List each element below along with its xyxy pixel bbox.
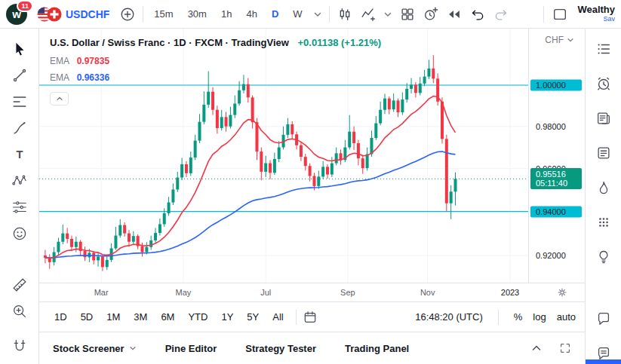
go-to-date-icon[interactable] [303, 310, 318, 325]
svg-text:T: T [16, 148, 23, 161]
symbol-label: USDCHF [66, 8, 109, 20]
right-sidebar [585, 29, 621, 364]
time-tick-label: Sep [340, 288, 355, 297]
price-tick-label: 0.98000 [530, 121, 583, 131]
tab-pine-editor[interactable]: Pine Editor [165, 343, 217, 354]
range-toolbar: 1D 5D 1M 3M 6M YTD 1Y 5Y All 16:48:20 (U… [39, 301, 585, 332]
time-tick-label: Mar [94, 288, 109, 297]
currency-selector[interactable]: CHF [545, 35, 574, 45]
bottom-blue-bar [586, 359, 621, 364]
hotlists-flame-icon[interactable] [595, 179, 612, 196]
tab-stock-screener[interactable]: Stock Screener [53, 343, 137, 354]
collapse-legend-button[interactable] [50, 92, 69, 106]
measure-ruler-tool-icon[interactable] [11, 277, 28, 293]
top-toolbar: w 11 USDCHF 15m 30m 1h 4h D W [0, 0, 621, 29]
range-6m[interactable]: 6M [155, 308, 180, 326]
cursor-tool-icon[interactable] [11, 41, 28, 57]
log-scale-button[interactable]: log [533, 311, 546, 323]
create-alert-icon[interactable] [423, 6, 439, 23]
news-icon[interactable] [595, 110, 612, 127]
separator [329, 6, 330, 23]
range-3m[interactable]: 3M [128, 308, 153, 326]
tab-strategy-tester[interactable]: Strategy Tester [245, 343, 316, 354]
chevron-down-icon[interactable] [313, 10, 322, 19]
price-tick-label: 1.00000 [530, 80, 582, 91]
trend-line-tool-icon[interactable] [11, 67, 28, 84]
separator [143, 6, 143, 23]
tab-trading-panel[interactable]: Trading Panel [345, 343, 409, 354]
watchlist-icon[interactable] [595, 41, 612, 57]
bar-countdown: 05:11:40 [536, 179, 582, 188]
separator [296, 310, 297, 325]
timeframe-1h[interactable]: 1h [217, 5, 235, 23]
multichart-layout-icon[interactable] [552, 6, 568, 23]
panel-expand-chevron-icon[interactable] [530, 342, 543, 354]
save-label: Sav [603, 14, 615, 24]
clock-utc[interactable]: 16:48:20 (UTC) [415, 311, 483, 323]
bar-replay-icon[interactable] [446, 6, 463, 23]
chevron-down-icon [129, 344, 137, 352]
timeframe-4h[interactable]: 4h [242, 5, 260, 23]
emoji-tool-icon[interactable] [11, 225, 28, 242]
brush-tool-icon[interactable] [11, 120, 28, 136]
panel-fullscreen-icon[interactable] [559, 342, 571, 354]
notes-icon[interactable] [595, 145, 612, 161]
percent-scale-button[interactable]: % [514, 311, 523, 323]
calendar-grid-icon[interactable] [595, 214, 612, 231]
ema-fast-value: 0.97835 [77, 56, 109, 66]
undo-icon[interactable] [469, 6, 486, 23]
timeframe-1d[interactable]: D [268, 5, 282, 23]
drawing-toolbar: T [0, 29, 39, 364]
bottom-panel: Stock Screener Pine Editor Strategy Test… [39, 332, 585, 364]
range-1d[interactable]: 1D [48, 308, 73, 326]
usd-chf-flags-icon [37, 7, 62, 22]
symbol-button[interactable]: USDCHF [34, 5, 112, 23]
redo-icon[interactable] [493, 6, 509, 23]
zoom-in-tool-icon[interactable] [11, 303, 28, 320]
account-logo[interactable]: w 11 [6, 4, 27, 25]
current-price-label: 0.9551605:11:40 [530, 168, 582, 189]
magnet-tool-icon[interactable] [11, 338, 28, 355]
range-all[interactable]: All [266, 308, 289, 326]
range-1y[interactable]: 1Y [215, 308, 239, 326]
ema-slow-legend: EMA 0.96336 [50, 72, 109, 83]
time-tick-label: 2023 [501, 288, 519, 297]
chat-icon[interactable] [595, 310, 612, 327]
chevron-down-icon[interactable] [383, 10, 392, 19]
notification-badge: 11 [17, 0, 33, 12]
time-tick-label: May [176, 288, 192, 297]
price-axis[interactable]: 1.000000.980000.960000.9551605:11:400.94… [528, 29, 585, 283]
separator [543, 6, 544, 23]
fib-retracement-tool-icon[interactable] [11, 93, 28, 110]
chart-legend: U.S. Dollar / Swiss Franc · 1D · FXCM · … [50, 37, 381, 48]
chart-type-candles-icon[interactable] [337, 6, 353, 23]
alerts-clock-icon[interactable] [595, 75, 612, 92]
timeframe-15m[interactable]: 15m [150, 5, 177, 23]
range-ytd[interactable]: YTD [182, 308, 214, 326]
currency-label: CHF [545, 35, 564, 45]
ema-slow-value: 0.96336 [77, 72, 109, 83]
ideas-lightbulb-icon[interactable] [595, 249, 612, 265]
xabcd-pattern-tool-icon[interactable] [11, 173, 28, 189]
range-5y[interactable]: 5Y [241, 308, 265, 326]
forecast-tool-icon[interactable] [11, 199, 28, 216]
time-tick-label: Jul [260, 288, 271, 297]
range-5d[interactable]: 5D [75, 308, 100, 326]
price-change: +0.01138 (+1.21%) [298, 37, 382, 48]
range-1m[interactable]: 1M [100, 308, 126, 326]
layout-name: Wealthy [577, 5, 615, 14]
chart-region: U.S. Dollar / Swiss Franc · 1D · FXCM · … [39, 29, 585, 283]
timeframe-30m[interactable]: 30m [184, 5, 211, 23]
indicators-icon[interactable] [360, 6, 377, 23]
auto-scale-button[interactable]: auto [557, 311, 576, 323]
chart-settings-gear-icon[interactable] [556, 286, 568, 298]
chart-canvas[interactable]: U.S. Dollar / Swiss Franc · 1D · FXCM · … [39, 29, 528, 283]
ema-fast-legend: EMA 0.97835 [50, 56, 109, 66]
timeframe-1w[interactable]: W [289, 5, 306, 23]
layout-name-button[interactable]: Wealthy Sav [576, 5, 615, 24]
text-tool-icon[interactable]: T [11, 146, 28, 163]
add-symbol-icon[interactable] [119, 6, 136, 23]
price-tick-label: 0.94000 [530, 206, 582, 217]
layout-templates-icon[interactable] [399, 6, 416, 23]
time-axis[interactable]: MarMayJulSepNov2023 [39, 283, 585, 301]
